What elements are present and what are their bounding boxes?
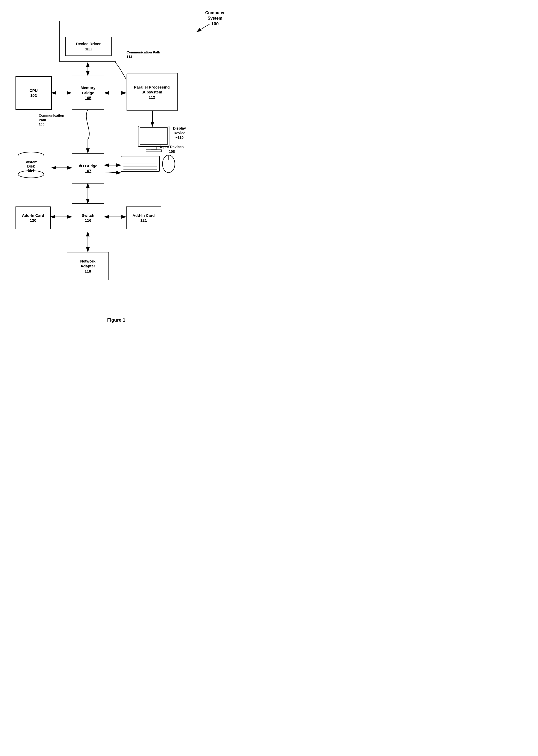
comm-path-113-label: Communication Path113 bbox=[127, 50, 160, 59]
diagram: ComputerSystem 100 System Memory 104 Dev… bbox=[0, 0, 233, 315]
svg-line-13 bbox=[197, 24, 210, 32]
device-driver-box: Device Driver 103 bbox=[65, 37, 112, 56]
input-devices-area bbox=[121, 152, 178, 179]
figure-label: Figure 1 bbox=[0, 317, 233, 323]
io-bridge-box: I/O Bridge 107 bbox=[72, 153, 104, 183]
addin-card-121-box: Add-In Card 121 bbox=[126, 207, 161, 229]
switch-box: Switch 116 bbox=[72, 203, 104, 232]
comm-path-106-label: CommunicationPath106 bbox=[39, 114, 64, 127]
system-disk-area: SystemDisk 114 bbox=[13, 151, 49, 180]
memory-bridge-box: MemoryBridge 105 bbox=[72, 75, 104, 110]
pps-box: Parallel ProcessingSubsystem 112 bbox=[126, 73, 178, 111]
cpu-box: CPU 102 bbox=[16, 76, 52, 110]
computer-system-num: 100 bbox=[211, 22, 219, 26]
system-memory-box: System Memory 104 Device Driver 103 bbox=[59, 21, 116, 62]
svg-rect-16 bbox=[151, 147, 156, 150]
svg-rect-17 bbox=[146, 150, 161, 152]
svg-rect-14 bbox=[138, 126, 169, 147]
display-device-label: DisplayDevice ~110 bbox=[173, 126, 186, 140]
cs-arrow bbox=[194, 23, 212, 33]
network-adapter-box: NetworkAdapter 118 bbox=[67, 252, 109, 280]
addin-card-120-box: Add-In Card 120 bbox=[16, 207, 51, 229]
svg-line-8 bbox=[104, 172, 121, 173]
input-devices-label: Input Devices 108 bbox=[160, 145, 184, 154]
input-devices-icon bbox=[121, 152, 178, 178]
svg-rect-15 bbox=[140, 127, 167, 145]
